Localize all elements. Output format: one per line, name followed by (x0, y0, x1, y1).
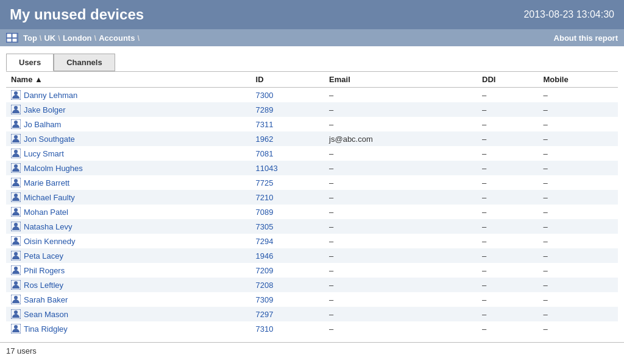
cell-ddi: – (477, 146, 538, 161)
user-name-link[interactable]: Jo Balham (24, 120, 61, 129)
about-report-link[interactable]: About this report (554, 33, 618, 43)
svg-point-27 (14, 252, 18, 256)
cell-mobile: – (538, 278, 618, 292)
cell-ddi: – (477, 190, 538, 205)
tabs-area: Users Channels (0, 46, 624, 71)
cell-name: Marie Barrett (6, 175, 251, 190)
user-name-link[interactable]: Danny Lehman (24, 91, 77, 100)
svg-rect-0 (7, 33, 12, 38)
breadcrumb-uk[interactable]: UK (44, 33, 55, 43)
user-icon (11, 309, 21, 319)
cell-name: Mohan Patel (6, 205, 251, 219)
svg-point-21 (14, 208, 18, 212)
user-name-link[interactable]: Jake Bolger (24, 105, 66, 114)
svg-point-29 (14, 267, 18, 270)
cell-email: – (324, 175, 477, 190)
table-area: Name ▲ ID Email DDI Mobile Danny Lehman … (0, 71, 624, 342)
cell-ddi: – (477, 131, 538, 146)
user-name-link[interactable]: Jon Southgate (24, 135, 75, 144)
user-icon (11, 163, 21, 173)
user-icon (11, 90, 21, 100)
breadcrumb-top[interactable]: Top (23, 33, 37, 43)
cell-id: 7210 (251, 190, 324, 205)
user-name-link[interactable]: Marie Barrett (24, 178, 69, 187)
cell-id: 1962 (251, 131, 324, 146)
user-icon (11, 105, 21, 114)
col-email[interactable]: Email (324, 72, 477, 88)
svg-rect-3 (12, 38, 17, 42)
cell-ddi: – (477, 234, 538, 248)
cell-email: – (324, 117, 477, 131)
cell-mobile: – (538, 219, 618, 234)
user-name-link[interactable]: Sean Mason (24, 310, 68, 319)
cell-email: – (324, 190, 477, 205)
header-datetime: 2013-08-23 13:04:30 (523, 9, 614, 20)
svg-rect-2 (12, 33, 17, 38)
tab-users[interactable]: Users (6, 54, 54, 71)
user-name-link[interactable]: Oisin Kennedy (24, 237, 76, 246)
cell-ddi: – (477, 175, 538, 190)
user-icon (11, 236, 21, 246)
table-row: Malcolm Hughes 11043––– (6, 161, 618, 175)
breadcrumb: Top \ UK \ London \ Accounts \ (6, 33, 140, 43)
user-name-link[interactable]: Malcolm Hughes (24, 164, 83, 173)
col-name[interactable]: Name ▲ (6, 72, 251, 88)
cell-name: Peta Lacey (6, 248, 251, 263)
svg-point-25 (14, 237, 18, 241)
svg-point-37 (14, 325, 18, 329)
user-name-link[interactable]: Lucy Smart (24, 149, 64, 158)
user-name-link[interactable]: Sarah Baker (24, 295, 68, 304)
cell-name: Sarah Baker (6, 292, 251, 307)
col-id[interactable]: ID (251, 72, 324, 88)
cell-name: Tina Ridgley (6, 321, 251, 336)
cell-name: Lucy Smart (6, 146, 251, 161)
table-row: Peta Lacey 1946––– (6, 248, 618, 263)
cell-name: Danny Lehman (6, 88, 251, 103)
user-name-link[interactable]: Michael Faulty (24, 193, 75, 202)
table-row: Jake Bolger 7289––– (6, 102, 618, 117)
users-table: Name ▲ ID Email DDI Mobile Danny Lehman … (6, 71, 618, 336)
table-row: Jo Balham 7311––– (6, 117, 618, 131)
breadcrumb-accounts[interactable]: Accounts (99, 33, 135, 43)
table-row: Sean Mason 7297––– (6, 307, 618, 321)
user-icon (11, 265, 21, 275)
tab-channels[interactable]: Channels (54, 54, 115, 71)
user-name-link[interactable]: Peta Lacey (24, 251, 63, 261)
cell-ddi: – (477, 88, 538, 103)
cell-mobile: – (538, 307, 618, 321)
table-row: Lucy Smart 7081––– (6, 146, 618, 161)
table-row: Jon Southgate 1962js@abc.com–– (6, 131, 618, 146)
col-ddi[interactable]: DDI (477, 72, 538, 88)
cell-name: Oisin Kennedy (6, 234, 251, 248)
cell-id: 11043 (251, 161, 324, 175)
cell-email: js@abc.com (324, 131, 477, 146)
user-icon (11, 192, 21, 202)
breadcrumb-home-icon (6, 33, 18, 43)
cell-id: 7311 (251, 117, 324, 131)
table-row: Danny Lehman 7300––– (6, 88, 618, 103)
cell-mobile: – (538, 175, 618, 190)
user-name-link[interactable]: Natasha Levy (24, 222, 73, 231)
user-icon (11, 251, 21, 261)
user-name-link[interactable]: Mohan Patel (24, 208, 68, 217)
cell-name: Natasha Levy (6, 219, 251, 234)
cell-ddi: – (477, 263, 538, 278)
breadcrumb-london[interactable]: London (63, 33, 92, 43)
user-name-link[interactable]: Phil Rogers (24, 266, 65, 275)
cell-name: Jake Bolger (6, 102, 251, 117)
cell-email: – (324, 307, 477, 321)
table-footer: 17 users (0, 342, 624, 359)
user-name-link[interactable]: Ros Leftley (24, 281, 63, 290)
col-mobile[interactable]: Mobile (538, 72, 618, 88)
svg-point-35 (14, 310, 18, 314)
cell-ddi: – (477, 205, 538, 219)
cell-ddi: – (477, 292, 538, 307)
cell-mobile: – (538, 190, 618, 205)
svg-point-31 (14, 281, 18, 285)
user-name-link[interactable]: Tina Ridgley (24, 324, 68, 334)
cell-id: 7209 (251, 263, 324, 278)
cell-mobile: – (538, 205, 618, 219)
cell-ddi: – (477, 248, 538, 263)
tabs: Users Channels (6, 54, 618, 71)
cell-id: 7725 (251, 175, 324, 190)
